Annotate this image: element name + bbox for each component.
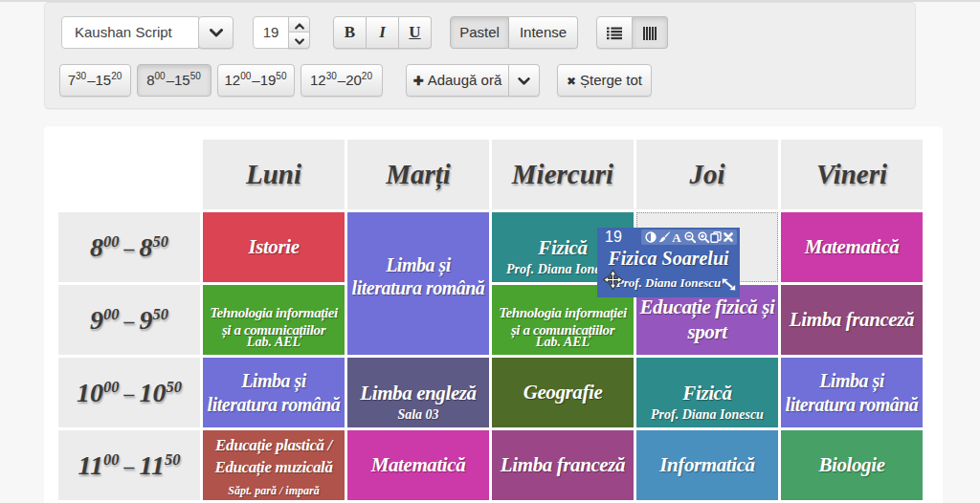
lesson-subject: Limba franceză (790, 308, 914, 333)
lesson-cell-vineri-9[interactable]: Limba franceză (781, 285, 923, 355)
time-row-11: 1100–1150 (58, 430, 200, 500)
row-separator: – (124, 454, 135, 478)
preset-end-min: 50 (276, 71, 286, 81)
move-handle-icon[interactable] (602, 269, 624, 295)
time-row-9: 900–950 (58, 285, 200, 355)
chevron-down-icon (210, 29, 223, 37)
view-columns-button[interactable] (633, 16, 668, 49)
bold-button[interactable]: B (333, 16, 367, 49)
lesson-cell-marti-11[interactable]: Matematică (347, 430, 489, 500)
preset-end-hour: 19 (260, 72, 277, 88)
lesson-cell-vineri-10[interactable]: Limba și literatura română (781, 358, 923, 427)
time-range-label: 1000–1050 (77, 378, 182, 408)
preset-start-hour: 8 (146, 72, 154, 88)
intense-label: Intense (520, 24, 567, 40)
list-rows-icon (607, 27, 622, 40)
add-hour-label: Adaugă oră (428, 72, 502, 88)
preset-separator: – (252, 72, 259, 88)
time-preset-1230-2020-button[interactable]: 1230–2020 (301, 64, 383, 97)
zoom-out-icon[interactable] (684, 231, 696, 243)
drag-widget-toolbar: A (641, 230, 737, 245)
preset-start-min: 00 (155, 71, 166, 81)
day-header-joi: Joi (636, 140, 778, 209)
lesson-cell-marti-10[interactable]: Limba engleză Sala 03 (347, 358, 489, 427)
contrast-icon[interactable] (645, 231, 657, 243)
bold-label: B (345, 23, 355, 41)
lesson-cell-vineri-8[interactable]: Matematică (781, 212, 923, 282)
row-end-min: 50 (153, 304, 169, 322)
add-hour-button[interactable]: ✚Adaugă oră (406, 64, 509, 97)
font-size-decrease-button[interactable] (288, 33, 310, 49)
row-start-hour: 8 (90, 232, 103, 262)
copy-icon[interactable] (710, 231, 722, 243)
font-size-input[interactable]: 19 (253, 16, 289, 49)
underline-button[interactable]: U (399, 16, 432, 49)
font-size-value: 19 (263, 24, 279, 40)
delete-all-button[interactable]: ✖Șterge tot (557, 64, 652, 97)
lesson-subject: Limba engleză (360, 382, 476, 406)
font-family-value: Kaushan Script (75, 24, 172, 40)
lesson-subject: Limba și literatura română (205, 369, 343, 416)
lesson-cell-miercuri-11[interactable]: Limba franceză (492, 430, 634, 500)
preset-end-min: 20 (362, 71, 372, 81)
row-start-hour: 10 (77, 378, 103, 407)
italic-button[interactable]: I (367, 16, 399, 49)
lesson-cell-marti-8-9[interactable]: Limba și literatura română (347, 212, 489, 355)
view-rows-button[interactable] (596, 16, 633, 49)
lesson-subject: Geografie (523, 381, 603, 405)
lesson-subject: Limba franceză (501, 453, 625, 478)
day-label: Luni (246, 159, 301, 190)
add-hour-dropdown-button[interactable] (509, 64, 540, 97)
lesson-subject: Educație fizică și sport (638, 295, 776, 344)
time-range-label: 1100–1150 (78, 450, 181, 481)
lesson-cell-luni-11[interactable]: Educație plastică / Educație muzicală Să… (203, 430, 345, 500)
preset-end-hour: 15 (174, 72, 190, 88)
lesson-cell-luni-8[interactable]: Istorie (203, 212, 345, 282)
lesson-subject: Limba și literatura română (783, 369, 921, 416)
close-icon[interactable] (724, 232, 733, 242)
pastel-label: Pastel (459, 24, 500, 40)
zoom-in-icon[interactable] (698, 231, 709, 243)
row-end-hour: 11 (140, 450, 165, 480)
day-label: Vineri (816, 159, 887, 190)
day-label: Joi (689, 159, 724, 190)
font-size-increase-button[interactable] (288, 16, 310, 33)
chevron-down-icon (518, 77, 530, 85)
font-icon[interactable]: A (671, 231, 682, 243)
time-row-10: 1000–1050 (58, 358, 200, 427)
preset-end-min: 50 (190, 71, 201, 81)
lesson-subject: Fizică (682, 382, 731, 406)
row-end-min: 50 (165, 449, 181, 468)
lesson-cell-joi-10[interactable]: Fizică Prof. Diana Ionescu (636, 358, 778, 427)
resize-handle-icon[interactable] (722, 277, 736, 295)
time-preset-1200-1950-button[interactable]: 1200–1950 (217, 64, 295, 97)
pastel-scheme-button[interactable]: Pastel (450, 16, 509, 49)
lesson-subject: Matematică (805, 235, 900, 260)
lesson-cell-luni-10[interactable]: Limba și literatura română (203, 358, 345, 427)
row-start-min: 00 (103, 377, 120, 395)
brush-icon[interactable] (658, 231, 670, 243)
lesson-subject: Biologie (818, 453, 884, 478)
chevron-up-icon (295, 23, 304, 30)
lesson-note: Prof. Diana Ionescu (636, 407, 778, 424)
lesson-cell-luni-9[interactable]: Tehnologia informației și a comunicațiil… (203, 285, 345, 355)
preset-start-min: 00 (240, 71, 251, 81)
drag-widget-font-size-badge: 19 (605, 229, 622, 246)
row-end-hour: 8 (140, 232, 153, 262)
font-family-select[interactable]: Kaushan Script (61, 16, 199, 49)
preset-start-min: 30 (326, 71, 337, 81)
font-family-dropdown-button[interactable] (198, 16, 234, 49)
lesson-cell-miercuri-10[interactable]: Geografie (492, 358, 634, 427)
row-separator: – (124, 382, 135, 405)
lesson-cell-joi-11[interactable]: Informatică (636, 430, 778, 500)
drag-widget[interactable]: 19 A Fizica Soarelui Prof. Diana Ionescu (597, 228, 740, 297)
lesson-subject: Fizică (538, 236, 587, 261)
row-start-min: 00 (103, 304, 120, 322)
time-preset-730-1520-button[interactable]: 730–1520 (59, 64, 131, 97)
time-preset-800-1550-button[interactable]: 800–1550 (137, 64, 212, 97)
delete-all-label: Șterge tot (580, 72, 642, 88)
preset-start-hour: 12 (310, 72, 326, 88)
intense-scheme-button[interactable]: Intense (509, 16, 578, 49)
lesson-cell-vineri-11[interactable]: Biologie (781, 430, 923, 500)
lesson-subject: Istorie (248, 235, 299, 260)
